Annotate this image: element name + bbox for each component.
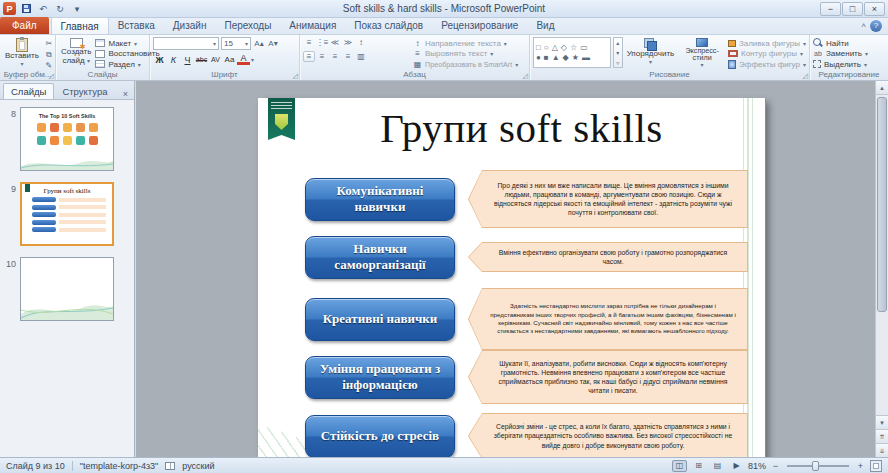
skill-callout-information[interactable]: Шукати її, аналізувати, робити висновки.… bbox=[468, 350, 748, 404]
help-icon[interactable]: ? bbox=[870, 20, 882, 32]
character-spacing-button[interactable]: AV bbox=[209, 53, 222, 66]
columns-icon[interactable]: ▥ bbox=[355, 51, 367, 62]
file-tab[interactable]: Файл bbox=[0, 17, 49, 34]
convert-smartart-button[interactable]: ▦Преобразовать в SmartArt▾ bbox=[413, 59, 525, 69]
line-spacing-icon[interactable]: ↕ bbox=[355, 37, 367, 48]
scrollbar-thumb[interactable] bbox=[877, 97, 887, 312]
align-right-icon[interactable]: ≡ bbox=[329, 51, 341, 62]
close-pane-icon[interactable]: × bbox=[119, 89, 132, 99]
paste-button[interactable]: Вставить ▾ bbox=[3, 37, 41, 70]
scroll-up-icon[interactable]: ▲ bbox=[876, 81, 888, 95]
tab-insert[interactable]: Вставка bbox=[109, 17, 164, 34]
cut-icon[interactable]: ✂ bbox=[43, 38, 55, 49]
strikethrough-button[interactable]: abc bbox=[195, 53, 208, 66]
shape-fill-button[interactable]: Заливка фигуры▾ bbox=[728, 38, 806, 48]
font-dialog-launcher-icon[interactable]: ◿ bbox=[293, 72, 298, 80]
slide-10-thumbnail[interactable] bbox=[20, 257, 114, 321]
skill-callout-stress-resistance[interactable]: Серйозні зміни - це стрес, а коли їх баг… bbox=[468, 413, 748, 457]
minimize-ribbon-icon[interactable]: ˄ bbox=[861, 21, 866, 30]
replace-button[interactable]: abЗаменить▾ bbox=[813, 49, 885, 59]
zoom-in-icon[interactable]: + bbox=[855, 461, 866, 471]
minimize-button[interactable]: − bbox=[820, 2, 841, 16]
numbering-icon[interactable]: ⋮≡ bbox=[316, 37, 328, 48]
previous-slide-icon[interactable]: ⇈ bbox=[876, 429, 888, 443]
next-slide-icon[interactable]: ⇊ bbox=[876, 443, 888, 457]
zoom-slider-thumb[interactable] bbox=[812, 461, 819, 471]
tab-slideshow[interactable]: Показ слайдов bbox=[345, 17, 432, 34]
paragraph-dialog-launcher-icon[interactable]: ◿ bbox=[523, 72, 528, 80]
justify-icon[interactable]: ≡ bbox=[342, 51, 354, 62]
font-color-button[interactable]: А bbox=[237, 54, 250, 65]
new-slide-button[interactable]: Создать слайд ▾ bbox=[59, 37, 93, 70]
scrollbar-track[interactable] bbox=[876, 95, 888, 415]
shape-effects-button[interactable]: Эффекты фигур▾ bbox=[728, 59, 806, 69]
grow-font-icon[interactable]: A▴ bbox=[253, 38, 265, 49]
tab-animations[interactable]: Анимация bbox=[280, 17, 345, 34]
slide-9-thumbnail-selected[interactable]: Групи soft skills bbox=[20, 182, 114, 246]
tab-design[interactable]: Дизайн bbox=[164, 17, 216, 34]
font-size-combo[interactable]: 15▾ bbox=[221, 37, 251, 50]
skill-button-stress-resistance[interactable]: Стійкість до стресів bbox=[305, 415, 455, 458]
tab-review[interactable]: Рецензирование bbox=[432, 17, 527, 34]
decrease-indent-icon[interactable]: ≪ bbox=[329, 37, 341, 48]
font-color-dropdown-icon[interactable]: ▾ bbox=[251, 56, 254, 63]
tab-outline-pane[interactable]: Структура bbox=[55, 84, 114, 99]
shapes-gallery-scroll[interactable]: ▴▾▿ bbox=[613, 37, 623, 68]
skill-button-self-organization[interactable]: Навички самоорганізації bbox=[305, 236, 455, 279]
tab-home[interactable]: Главная bbox=[51, 17, 109, 34]
increase-indent-icon[interactable]: ≫ bbox=[342, 37, 354, 48]
align-left-icon[interactable]: ≡ bbox=[303, 51, 315, 62]
underline-button[interactable]: Ч bbox=[181, 53, 194, 66]
skill-callout-communication[interactable]: Про деякі з них ми вже написали вище. Це… bbox=[468, 170, 748, 228]
slideshow-view-icon[interactable]: ▶ bbox=[729, 460, 744, 472]
copy-icon[interactable]: ⧉ bbox=[43, 49, 55, 60]
clipboard-dialog-launcher-icon[interactable]: ◿ bbox=[49, 72, 54, 80]
current-slide-canvas[interactable]: Групи soft skills Комунікативні навички … bbox=[258, 98, 765, 457]
zoom-out-icon[interactable]: − bbox=[770, 461, 781, 471]
font-name-combo[interactable]: ▾ bbox=[153, 37, 219, 50]
close-button[interactable]: × bbox=[864, 2, 885, 16]
reading-view-icon[interactable]: ▤ bbox=[710, 460, 725, 472]
slide-8-thumbnail[interactable]: The Top 10 Soft Skills bbox=[20, 107, 114, 171]
change-case-button[interactable]: Аа bbox=[223, 53, 236, 66]
spellcheck-icon[interactable] bbox=[165, 462, 175, 470]
shape-outline-button[interactable]: Контур фигуры▾ bbox=[728, 49, 806, 59]
fit-slide-to-window-icon[interactable] bbox=[870, 460, 882, 472]
align-center-icon[interactable]: ≡ bbox=[316, 51, 328, 62]
shapes-gallery[interactable]: □○△◇☆▭ ●■▲◆★▬ bbox=[533, 37, 611, 68]
language-indicator[interactable]: русский bbox=[182, 461, 214, 471]
skill-button-creative[interactable]: Креативні навички bbox=[305, 298, 455, 341]
thumbnail-slide-10[interactable]: 10 bbox=[3, 257, 131, 321]
align-text-button[interactable]: ≡Выровнять текст▾ bbox=[413, 49, 525, 59]
text-direction-button[interactable]: ↕Направление текста▾ bbox=[413, 38, 525, 48]
skill-callout-creative[interactable]: Здатність нестандартно мислити зараз пот… bbox=[468, 288, 748, 350]
bold-button[interactable]: Ж bbox=[153, 53, 166, 66]
qat-customize-dropdown-icon[interactable]: ▾ bbox=[70, 2, 84, 16]
arrange-button[interactable]: Упорядочить ▾ bbox=[625, 37, 677, 70]
tab-slides-pane[interactable]: Слайды bbox=[3, 83, 54, 99]
tab-view[interactable]: Вид bbox=[527, 17, 563, 34]
italic-button[interactable]: К bbox=[167, 53, 180, 66]
skill-callout-self-organization[interactable]: Вміння ефективно організувати свою робот… bbox=[468, 242, 748, 272]
maximize-button[interactable]: □ bbox=[842, 2, 863, 16]
shrink-font-icon[interactable]: A▾ bbox=[267, 38, 279, 49]
select-button[interactable]: Выделить▾ bbox=[813, 59, 885, 69]
slide-sorter-view-icon[interactable]: ⊞ bbox=[691, 460, 706, 472]
save-icon[interactable] bbox=[19, 2, 33, 16]
powerpoint-app-icon[interactable]: P bbox=[3, 2, 16, 15]
editor-scrollbar[interactable]: ▲ ▼ ⇈ ⇊ bbox=[875, 81, 888, 457]
tab-transitions[interactable]: Переходы bbox=[215, 17, 280, 34]
skill-button-information[interactable]: Уміння працювати з інформацією bbox=[305, 356, 455, 399]
find-button[interactable]: Найти bbox=[813, 38, 885, 48]
bullets-icon[interactable]: ≡ bbox=[303, 37, 315, 48]
zoom-level[interactable]: 81% bbox=[748, 461, 766, 471]
zoom-slider[interactable] bbox=[787, 465, 849, 467]
normal-view-icon[interactable]: ◫ bbox=[672, 460, 687, 472]
thumbnail-slide-9[interactable]: 9 Групи soft skills bbox=[3, 182, 131, 246]
thumbnail-slide-8[interactable]: 8 The Top 10 Soft Skills bbox=[3, 107, 131, 171]
quick-styles-button[interactable]: Экспресс-стили ▾ bbox=[678, 37, 726, 70]
slide-editor[interactable]: Групи soft skills Комунікативні навички … bbox=[136, 81, 888, 457]
drawing-dialog-launcher-icon[interactable]: ◿ bbox=[803, 72, 808, 80]
scroll-down-icon[interactable]: ▼ bbox=[876, 415, 888, 429]
redo-icon[interactable]: ↻ bbox=[53, 2, 67, 16]
